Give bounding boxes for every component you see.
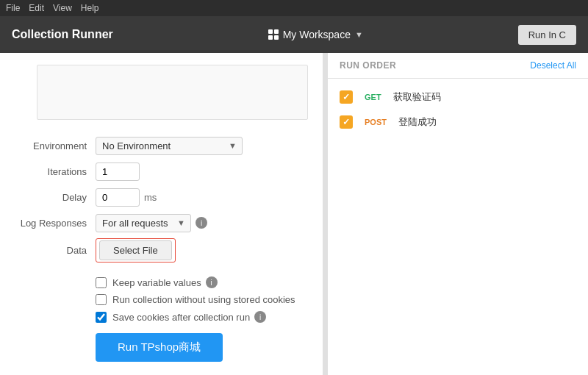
request-checkbox-0[interactable] [340,90,353,104]
data-label: Data [15,245,96,256]
run-in-button[interactable]: Run In C [518,25,576,45]
environment-row: Environment No Environment ▼ [15,135,308,156]
grid-icon [268,29,279,40]
log-responses-select-wrapper: For all requests For failed requests Non… [96,214,191,232]
workspace-chevron-icon: ▼ [355,30,363,39]
log-responses-row: Log Responses For all requests For faile… [15,213,308,233]
run-button-row: Run TPshop商城 [0,333,323,362]
keep-variable-label: Keep variable values [112,277,201,288]
data-row: Data Select File [15,238,308,262]
left-panel: Environment No Environment ▼ Iterations … [0,53,323,375]
delay-row: Delay ms [15,187,308,207]
menu-view[interactable]: View [53,3,72,13]
menu-file[interactable]: File [6,3,20,13]
run-button[interactable]: Run TPshop商城 [96,333,223,362]
delay-label: Delay [15,192,96,203]
menubar: File Edit View Help [0,0,588,16]
environment-select[interactable]: No Environment [96,137,243,155]
log-responses-info-icon[interactable]: i [196,217,207,229]
iterations-row: Iterations [15,161,308,182]
no-cookies-label: Run collection without using stored cook… [112,294,295,305]
save-cookies-info-icon[interactable]: i [254,311,266,323]
request-name-1: 登陆成功 [398,115,437,129]
workspace-selector[interactable]: My Workspace ▼ [268,29,363,40]
keep-variable-info-icon[interactable]: i [206,276,218,288]
delay-unit: ms [144,192,157,203]
data-file-box: Select File [96,238,176,262]
request-method-0: GET [360,91,386,103]
environment-select-wrapper: No Environment ▼ [96,137,243,155]
collection-preview [37,65,308,120]
menu-help[interactable]: Help [81,3,99,13]
right-panel: RUN ORDER Deselect All GET 获取验证码 POST 登陆… [328,53,588,375]
no-cookies-checkbox[interactable] [96,294,107,305]
environment-label: Environment [15,140,96,151]
request-list: GET 获取验证码 POST 登陆成功 [328,79,588,140]
request-item-1: POST 登陆成功 [328,110,588,135]
main-content: Environment No Environment ▼ Iterations … [0,53,588,375]
save-cookies-checkbox[interactable] [96,312,107,323]
deselect-all-button[interactable]: Deselect All [530,60,576,71]
keep-variable-checkbox[interactable] [96,277,107,288]
iterations-label: Iterations [15,166,96,177]
run-order-header: RUN ORDER Deselect All [328,53,588,79]
log-responses-select[interactable]: For all requests For failed requests Non… [96,214,191,232]
request-method-1: POST [360,116,391,128]
save-cookies-row: Save cookies after collection run i [0,311,323,323]
header: Collection Runner My Workspace ▼ Run In … [0,16,588,53]
request-name-0: 获取验证码 [393,90,441,104]
form-section: Environment No Environment ▼ Iterations … [0,127,323,271]
page-title: Collection Runner [12,28,113,41]
select-file-button[interactable]: Select File [99,240,172,260]
keep-variable-row: Keep variable values i [0,276,323,288]
iterations-input[interactable] [96,162,140,181]
no-cookies-row: Run collection without using stored cook… [0,294,323,305]
run-order-label: RUN ORDER [340,60,396,71]
log-responses-label: Log Responses [15,218,96,229]
save-cookies-label: Save cookies after collection run [112,312,250,323]
delay-input[interactable] [96,188,140,207]
request-item-0: GET 获取验证码 [328,85,588,110]
request-checkbox-1[interactable] [340,115,353,129]
workspace-label: My Workspace [283,29,351,40]
menu-edit[interactable]: Edit [29,3,44,13]
